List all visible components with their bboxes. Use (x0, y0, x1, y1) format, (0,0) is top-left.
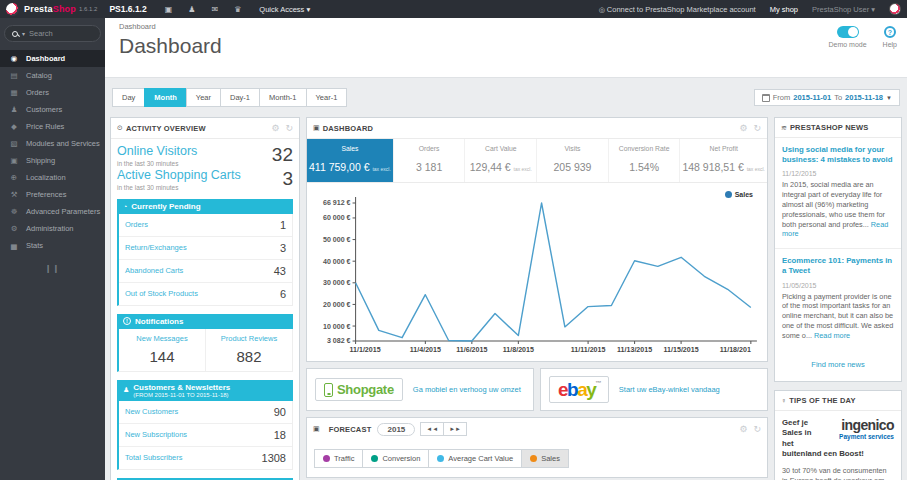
svg-text:11/4/2015: 11/4/2015 (410, 346, 441, 353)
search-type-caret-icon[interactable]: ▾ (22, 30, 25, 37)
ingenico-wordmark: ingenico (841, 417, 894, 433)
marketplace-connect-link[interactable]: ◎Connect to PrestaShop Marketplace accou… (599, 5, 756, 14)
news-article-link[interactable]: Using social media for your business: 4 … (782, 145, 894, 165)
range-month-1-button[interactable]: Month-1 (259, 88, 307, 107)
abandoned-carts-link[interactable]: Abandoned Carts (125, 266, 183, 275)
sidebar-item-modules[interactable]: ▧Modules and Services (0, 135, 105, 152)
sidebar-item-customers[interactable]: ♟Customers (0, 101, 105, 118)
shop-cart-icon[interactable]: ▣ (165, 5, 173, 14)
sidebar-collapse-button[interactable]: ❙❙ (0, 264, 105, 273)
svg-text:60 000 €: 60 000 € (323, 214, 351, 221)
new-customers-link[interactable]: New Customers (125, 407, 178, 416)
sidebar-item-administration[interactable]: ⚙Administration (0, 220, 105, 237)
demo-mode-toggle[interactable] (837, 26, 859, 38)
gear-icon: ⚙ (9, 224, 19, 233)
news-article-excerpt: Picking a payment provider is one of the… (782, 292, 894, 341)
panel-settings-icon[interactable]: ⚙ (739, 424, 747, 434)
forecast-toggle-traffic[interactable]: Traffic (314, 449, 363, 468)
forecast-toggles: Traffic Conversion Average Cart Value Sa… (307, 440, 767, 477)
total-subscribers-value: 1308 (262, 452, 286, 464)
dashboard-icon: ◉ (9, 54, 19, 63)
online-visitors-link[interactable]: Online Visitors (117, 145, 197, 159)
new-customers-value: 90 (274, 406, 286, 418)
svg-text:11/11/2015: 11/11/2015 (571, 346, 606, 353)
conversion-dot-icon (371, 455, 378, 462)
search-input[interactable] (29, 29, 84, 38)
sidebar-item-dashboard[interactable]: ◉Dashboard (0, 50, 105, 67)
kpi-tab-visits[interactable]: Visits 205 939 (536, 139, 608, 182)
panel-settings-icon[interactable]: ⚙ (739, 123, 747, 133)
new-messages-link[interactable]: New Messages (121, 334, 203, 343)
shopgate-brand: Shopgate (337, 382, 394, 397)
kpi-tab-sales[interactable]: Sales 411 759,00 € tax excl. (307, 139, 393, 182)
sidebar-item-catalog[interactable]: ▤Catalog (0, 67, 105, 84)
breadcrumb[interactable]: Dashboard (119, 22, 897, 31)
shop-code[interactable]: PS1.6.1.2 (109, 4, 146, 14)
help-icon[interactable]: ? (884, 26, 896, 38)
panel-refresh-icon[interactable]: ↻ (285, 123, 293, 133)
sidebar-item-preferences[interactable]: ⚒Preferences (0, 186, 105, 203)
currently-pending-header: ◔Currently Pending (117, 199, 293, 214)
range-day-1-button[interactable]: Day-1 (220, 88, 260, 107)
out-of-stock-link[interactable]: Out of Stock Products (125, 289, 198, 298)
sidebar-item-orders[interactable]: ▦Orders (0, 84, 105, 101)
forecast-toggle-conversion[interactable]: Conversion (362, 449, 429, 468)
pending-orders-link[interactable]: Orders (125, 220, 148, 229)
panel-settings-icon[interactable]: ⚙ (271, 123, 279, 133)
sidebar-item-localization[interactable]: ⊕Localization (0, 169, 105, 186)
range-day-button[interactable]: Day (112, 88, 145, 107)
sidebar-item-advanced-parameters[interactable]: ☸Advanced Parameters (0, 203, 105, 220)
find-more-news-link[interactable]: Find more news (775, 350, 901, 381)
user-menu[interactable]: PrestaShop User ▾ (812, 5, 875, 14)
quick-access-menu[interactable]: Quick Access ▾ (259, 5, 310, 14)
new-subscriptions-value: 18 (274, 429, 286, 441)
sidebar-search[interactable]: ▾ (4, 25, 101, 42)
kpi-tab-orders[interactable]: Orders 3 181 (393, 139, 465, 182)
sidebar-item-label: Dashboard (26, 54, 65, 63)
product-reviews-link[interactable]: Product Reviews (208, 334, 290, 343)
forecast-next-button[interactable]: ►► (443, 422, 467, 436)
sidebar-item-label: Orders (26, 88, 49, 97)
prestashop-logo (6, 3, 19, 16)
range-year-button[interactable]: Year (186, 88, 221, 107)
panel-refresh-icon[interactable]: ↻ (753, 424, 761, 434)
sidebar-item-price-rules[interactable]: ◆Price Rules (0, 118, 105, 135)
ingenico-tagline: Payment services (828, 433, 894, 440)
user-avatar[interactable] (889, 3, 901, 15)
shopgate-link[interactable]: Ga mobiel en verhoog uw omzet (413, 385, 521, 394)
sidebar-item-shipping[interactable]: ▣Shipping (0, 152, 105, 169)
range-month-button[interactable]: Month (144, 88, 187, 107)
panel-refresh-icon[interactable]: ↻ (753, 123, 761, 133)
lightbulb-icon: ♀ (781, 397, 786, 404)
trophy-icon[interactable]: ♛ (234, 5, 241, 14)
news-item: Using social media for your business: 4 … (775, 138, 901, 249)
forecast-toggle-average-cart-value[interactable]: Average Cart Value (428, 449, 522, 468)
truck-icon: ▣ (9, 156, 19, 165)
marketplace-connect-label: Connect to PrestaShop Marketplace accoun… (607, 5, 756, 14)
pending-row-out-of-stock: Out of Stock Products6 (119, 283, 292, 305)
kpi-tab-conversion-rate[interactable]: Conversion Rate 1.54% (608, 139, 680, 182)
new-subscriptions-link[interactable]: New Subscriptions (125, 430, 187, 439)
kpi-tab-cart-value[interactable]: Cart Value 129,44 € tax excl. (464, 139, 536, 182)
svg-text:50 000 €: 50 000 € (323, 236, 351, 243)
forecast-toggle-sales[interactable]: Sales (521, 449, 569, 468)
forecast-prev-button[interactable]: ◄◄ (420, 422, 444, 436)
news-article-link[interactable]: Ecommerce 101: Payments in a Tweet (782, 256, 894, 276)
total-subscribers-link[interactable]: Total Subscribers (125, 453, 183, 462)
active-carts-link[interactable]: Active Shopping Carts (117, 169, 241, 183)
customer-icon[interactable]: ♟ (188, 5, 195, 14)
pending-row-returns: Return/Exchanges3 (119, 237, 292, 260)
notifications-header: !Notifications (117, 314, 293, 329)
sidebar-item-stats[interactable]: ▅Stats (0, 237, 105, 254)
messages-icon[interactable]: ✉ (211, 5, 218, 14)
range-year-1-button[interactable]: Year-1 (306, 88, 348, 107)
read-more-link[interactable]: Read more (814, 331, 850, 340)
kpi-tab-net-profit[interactable]: Net Profit 148 918,51 € tax excl. (679, 139, 767, 182)
date-range-picker[interactable]: From 2015-11-01 To 2015-11-18 ▼ (754, 89, 900, 106)
version-label: 1.6.1.2 (79, 6, 97, 12)
my-shop-link[interactable]: My shop (770, 5, 798, 14)
svg-text:10 000 €: 10 000 € (323, 323, 351, 330)
page-header: Dashboard Dashboard Demo mode ? Help (105, 18, 907, 78)
pending-returns-link[interactable]: Return/Exchanges (125, 243, 187, 252)
ebay-link[interactable]: Start uw eBay-winkel vandaag (619, 385, 720, 394)
